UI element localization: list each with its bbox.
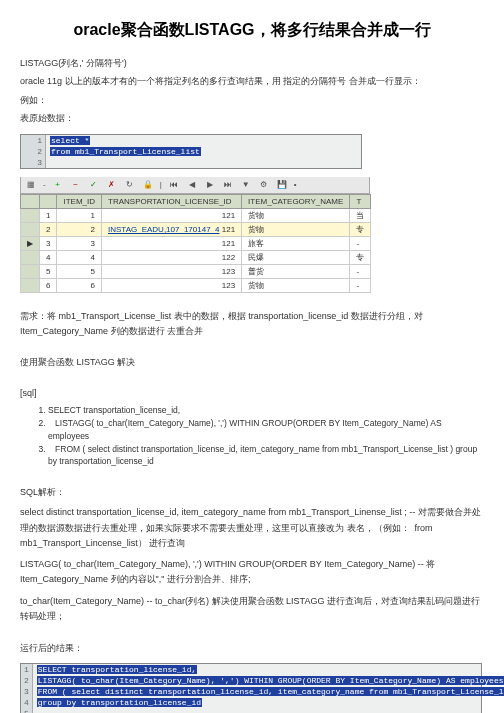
cell: 1 <box>40 208 57 222</box>
explain-para-3: to_char(Item_Category_Name) -- to_char(列… <box>20 594 484 625</box>
cell: 4 <box>40 250 57 264</box>
page-title: oracle聚合函数LISTAGG，将多行结果合并成一行 <box>20 20 484 41</box>
gutter: 2 <box>21 675 32 686</box>
cell: 123 <box>102 278 242 292</box>
col-rowmark <box>21 194 40 208</box>
cell: 货物 <box>242 278 350 292</box>
table-header-row: ITEM_ID TRANSPORTATION_LICENSE_ID ITEM_C… <box>21 194 371 208</box>
table-row[interactable]: 5 5 123 普货 - <box>21 264 371 278</box>
code-line: from mb1_Transport_License_list <box>46 146 362 157</box>
cell: 民爆 <box>242 250 350 264</box>
cell: - <box>350 278 371 292</box>
cell: 货物 <box>242 222 350 236</box>
code-line: group by transportation_license_id <box>32 697 504 708</box>
sep: | <box>160 180 162 189</box>
sql-code-list: SELECT transportation_license_id, LISTAG… <box>20 404 484 468</box>
cell: 专 <box>350 222 371 236</box>
minus-icon[interactable]: − <box>70 179 82 191</box>
sep: - <box>43 180 46 189</box>
requirement-2: 使用聚合函数 LISTAGG 解决 <box>20 355 484 370</box>
cell: 旅客 <box>242 236 350 250</box>
tool-a-icon[interactable]: ⚙ <box>258 179 270 191</box>
col-row-num <box>40 194 57 208</box>
cell: 当 <box>350 208 371 222</box>
nav-next-icon[interactable]: ▶ <box>204 179 216 191</box>
refresh-icon[interactable]: ↻ <box>124 179 136 191</box>
lock-icon[interactable]: 🔒 <box>142 179 154 191</box>
check-icon[interactable]: ✓ <box>88 179 100 191</box>
cell: 6 <box>57 278 102 292</box>
code-line: SELECT transportation_license_id, <box>48 404 484 417</box>
nav-first-icon[interactable]: ⏮ <box>168 179 180 191</box>
code-line: FROM ( select distinct transportation_li… <box>32 686 504 697</box>
table-row[interactable]: ▶ 3 3 121 旅客 - <box>21 236 371 250</box>
plus-icon[interactable]: + <box>52 179 64 191</box>
cell: 4 <box>57 250 102 264</box>
cell: 123 <box>102 264 242 278</box>
code-line: LISTAGG( to_char(Item_Category_Name), ',… <box>48 417 484 443</box>
cell: 121 <box>102 208 242 222</box>
cross-icon[interactable]: ✗ <box>106 179 118 191</box>
col-cutoff: T <box>350 194 371 208</box>
col-category-name: ITEM_CATEGORY_NAME <box>242 194 350 208</box>
cell-link[interactable]: INSTAG_EADU,107_170147_4 <box>108 225 219 234</box>
gutter: 3 <box>21 157 46 168</box>
sql-editor-result: 1 SELECT transportation_license_id, 2 LI… <box>20 663 482 713</box>
code-line: SELECT transportation_license_id, <box>32 664 504 675</box>
gutter: 2 <box>21 146 46 157</box>
cell: 2 <box>40 222 57 236</box>
cell: 5 <box>57 264 102 278</box>
syntax-line: LISTAGG(列名,' 分隔符号') <box>20 56 484 70</box>
cell: 6 <box>40 278 57 292</box>
nav-prev-icon[interactable]: ◀ <box>186 179 198 191</box>
explain-para-2: LISTAGG( to_char(Item_Category_Name), ',… <box>20 557 484 588</box>
cell: 121 <box>222 225 235 234</box>
code-line: select * <box>46 135 362 146</box>
cell: 1 <box>57 208 102 222</box>
cell: 普货 <box>242 264 350 278</box>
dot: • <box>294 180 297 189</box>
table-row[interactable]: 4 4 122 民爆 专 <box>21 250 371 264</box>
cell: 3 <box>40 236 57 250</box>
result-label: 运行后的结果： <box>20 642 484 655</box>
sql-editor-source: 1 select * 2 from mb1_Transport_License_… <box>20 134 362 169</box>
gutter: 3 <box>21 686 32 697</box>
table-row[interactable]: 2 2 INSTAG_EADU,107_170147_4 121 货物 专 <box>21 222 371 236</box>
cell: 2 <box>57 222 102 236</box>
cell: 5 <box>40 264 57 278</box>
grid-toolbar: ▦ - + − ✓ ✗ ↻ 🔒 | ⏮ ◀ ▶ ⏭ ▼ ⚙ 💾 • <box>20 177 370 194</box>
cell: - <box>350 236 371 250</box>
table-row[interactable]: 6 6 123 货物 - <box>21 278 371 292</box>
col-license-id: TRANSPORTATION_LICENSE_ID <box>102 194 242 208</box>
requirement-1: 需求：将 mb1_Transport_License_list 表中的数据，根据… <box>20 309 484 340</box>
grid-icon[interactable]: ▦ <box>25 179 37 191</box>
intro-line-2: 例如： <box>20 93 484 107</box>
cell: 货物 <box>242 208 350 222</box>
parse-label: SQL解析： <box>20 486 484 499</box>
filter-icon[interactable]: ▼ <box>240 179 252 191</box>
table-row[interactable]: 1 1 121 货物 当 <box>21 208 371 222</box>
explain-para-1: select distinct transportation_license_i… <box>20 505 484 551</box>
code-line: LISTAGG( to_char(Item_Category_Name), ',… <box>32 675 504 686</box>
intro-line-1: oracle 11g 以上的版本才有的一个将指定列名的多行查询结果，用 指定的分… <box>20 74 484 88</box>
cell: 121 <box>102 236 242 250</box>
cell: - <box>350 264 371 278</box>
gutter: 1 <box>21 664 32 675</box>
code-line: FROM ( select distinct transportation_li… <box>48 443 484 469</box>
sql-label: [sql] <box>20 388 484 398</box>
source-data-grid: ITEM_ID TRANSPORTATION_LICENSE_ID ITEM_C… <box>20 194 371 293</box>
gutter: 5 <box>21 708 32 713</box>
cell: 122 <box>102 250 242 264</box>
gutter: 1 <box>21 135 46 146</box>
cell: 专 <box>350 250 371 264</box>
gutter: 4 <box>21 697 32 708</box>
col-item-id: ITEM_ID <box>57 194 102 208</box>
nav-last-icon[interactable]: ⏭ <box>222 179 234 191</box>
intro-line-3: 表原始数据： <box>20 111 484 125</box>
save-icon[interactable]: 💾 <box>276 179 288 191</box>
cell: 3 <box>57 236 102 250</box>
